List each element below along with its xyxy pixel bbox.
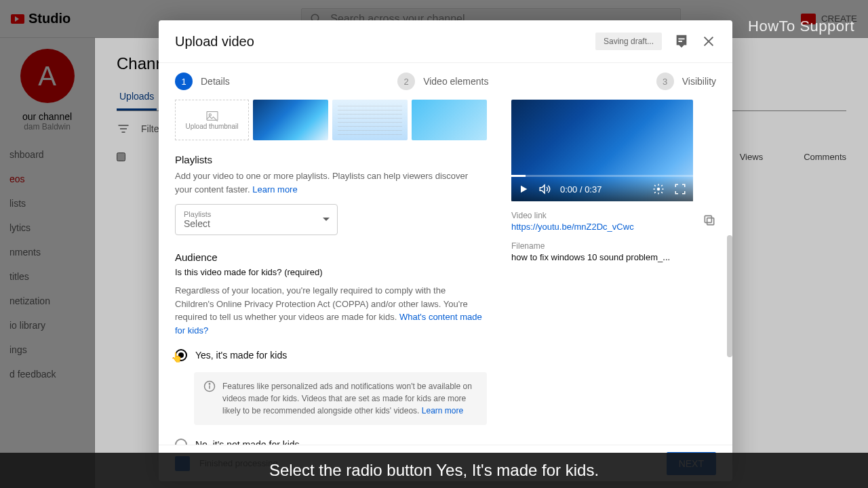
thumbnail-1[interactable] <box>253 100 328 140</box>
svg-point-8 <box>209 384 210 385</box>
cursor-icon: 👆 <box>171 352 182 363</box>
playlists-heading: Playlists <box>175 154 487 165</box>
upload-thumbnail-button[interactable]: Upload thumbnail <box>175 100 249 140</box>
svg-rect-11 <box>705 216 711 222</box>
close-icon[interactable] <box>701 34 716 49</box>
radio-no-not-for-kids[interactable]: No, it's not made for kids <box>175 434 487 445</box>
step-details[interactable]: 1Details <box>175 73 230 90</box>
video-preview[interactable]: 0:00 / 0:37 <box>511 100 693 201</box>
info-learn-more-link[interactable]: Learn more <box>422 406 463 415</box>
filename-value: how to fix windows 10 sound problem_... <box>511 252 716 262</box>
thumbnail-row: Upload thumbnail <box>175 100 487 140</box>
feedback-icon[interactable] <box>674 34 689 49</box>
volume-icon[interactable] <box>538 183 551 195</box>
settings-icon[interactable] <box>652 183 665 195</box>
stepper: 1Details2Video elements3Visibility <box>159 63 732 100</box>
video-link[interactable]: https://youtu.be/mnZ2Dc_vCwc <box>511 222 703 232</box>
play-icon[interactable] <box>518 184 529 195</box>
copy-icon[interactable] <box>703 211 716 227</box>
upload-video-modal: Upload video Saving draft... 1Details2Vi… <box>159 20 732 481</box>
svg-rect-10 <box>707 218 714 225</box>
thumbnail-3[interactable] <box>412 100 487 140</box>
playlists-desc: Add your video to one or more playlists.… <box>175 169 487 196</box>
scrollbar[interactable] <box>727 235 732 357</box>
caption: Select the radio button Yes, It's made f… <box>0 453 868 488</box>
kids-info-box: Features like personalized ads and notif… <box>194 372 487 425</box>
audience-desc: Regardless of your location, you're lega… <box>175 284 487 337</box>
image-icon <box>205 110 219 121</box>
time-display: 0:00 / 0:37 <box>560 184 601 195</box>
saving-status: Saving draft... <box>595 33 662 50</box>
playlists-select[interactable]: Playlists Select <box>175 204 338 235</box>
fullscreen-icon[interactable] <box>674 183 686 195</box>
chevron-down-icon <box>322 217 330 222</box>
svg-rect-4 <box>207 111 218 120</box>
thumbnail-2[interactable] <box>332 100 408 140</box>
learn-more-link[interactable]: Learn more <box>252 184 297 195</box>
radio-yes-made-for-kids[interactable]: 👆 Yes, it's made for kids <box>175 345 487 365</box>
modal-title: Upload video <box>175 34 254 49</box>
svg-point-9 <box>657 188 660 191</box>
filename-label: Filename <box>511 241 716 251</box>
audience-question: Is this video made for kids? (required) <box>175 267 487 277</box>
info-icon <box>203 380 216 392</box>
modal-header: Upload video Saving draft... <box>159 20 732 63</box>
audience-heading: Audience <box>175 251 487 263</box>
step-visibility[interactable]: 3Visibility <box>656 73 716 90</box>
watermark: HowTo Support <box>748 18 854 35</box>
step-video-elements[interactable]: 2Video elements <box>397 73 488 90</box>
radio-icon <box>175 439 187 445</box>
video-link-label: Video link <box>511 211 703 220</box>
svg-point-5 <box>209 113 211 115</box>
